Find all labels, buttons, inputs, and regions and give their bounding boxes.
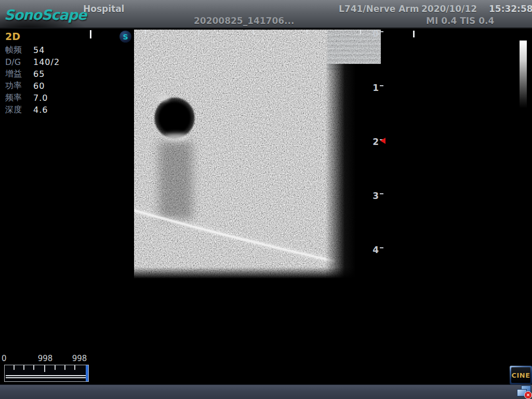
focus-marker-icon[interactable] — [380, 138, 385, 144]
depth-mark-0: 0 — [366, 29, 383, 39]
param-value: 4.6 — [33, 105, 48, 115]
param-value: 140/2 — [33, 57, 60, 67]
parameter-panel: 帧频 54 D/G 140/2 增益 65 功率 60 频率 7.0 深度 4.… — [5, 44, 83, 116]
param-label: D/G — [5, 57, 33, 67]
depth-tick — [380, 31, 383, 32]
cine-tick — [74, 365, 75, 370]
cine-tick — [44, 365, 45, 372]
cine-button[interactable]: CINE — [510, 366, 532, 384]
text-cursor-caret — [90, 30, 91, 38]
ruler-tick — [145, 30, 146, 34]
ruler-tick — [307, 30, 308, 34]
mode-label: 2D — [5, 31, 20, 42]
depth-mark-4: 4 — [366, 245, 383, 256]
depth-tick — [380, 193, 383, 194]
depth-number: 0 — [373, 29, 379, 39]
param-row-dg: D/G 140/2 — [5, 56, 83, 68]
image-bottom-fade — [134, 267, 381, 281]
ruler-tick — [360, 30, 361, 34]
depth-tick — [380, 247, 383, 248]
header-bar: SonoScape Hospital 20200825_141706... L7… — [0, 0, 532, 29]
exam-time: 15:32:58 — [489, 4, 532, 14]
ultrasound-image[interactable] — [134, 30, 381, 281]
depth-mark-1: 1 — [366, 83, 383, 94]
cine-tick — [23, 365, 24, 370]
cine-start-frame: 0 — [2, 354, 7, 363]
exam-date: 2020/10/12 — [421, 4, 477, 14]
ruler-tick — [252, 30, 254, 34]
ruler-tick — [198, 30, 200, 34]
depth-number: 2 — [373, 137, 379, 147]
cine-button-label: CINE — [511, 371, 530, 379]
depth-tick — [380, 85, 383, 86]
param-value: 60 — [33, 81, 45, 91]
depth-number: 4 — [373, 245, 379, 255]
probe-orientation-icon: S — [119, 31, 131, 43]
cine-progress-track[interactable] — [4, 365, 89, 382]
param-label: 帧频 — [5, 45, 33, 56]
param-value: 54 — [33, 45, 45, 55]
mi-tis-readout: MI 0.4 TIS 0.4 — [426, 16, 494, 26]
probe-preset: L741/Nerve Arm — [339, 4, 416, 14]
cine-rail — [6, 377, 87, 378]
sonoscape-logo: SonoScape — [4, 7, 86, 23]
taskbar — [0, 384, 532, 399]
param-row-framerate: 帧频 54 — [5, 44, 83, 56]
param-label: 深度 — [5, 104, 33, 115]
cine-button-face: CINE — [511, 367, 530, 383]
exam-id: 20200825_141706... — [194, 16, 294, 26]
cine-tick — [33, 365, 34, 370]
ultrasound-console-screen: SonoScape Hospital 20200825_141706... L7… — [0, 0, 532, 399]
depth-mark-3: 3 — [366, 191, 383, 202]
param-row-gain: 增益 65 — [5, 68, 83, 80]
ruler-marker — [413, 31, 415, 37]
network-status-icon[interactable]: × — [516, 385, 531, 399]
param-row-power: 功率 60 — [5, 80, 83, 92]
param-row-depth: 深度 4.6 — [5, 104, 83, 116]
depth-number: 1 — [373, 83, 379, 93]
cine-tick — [64, 365, 65, 370]
grayscale-bar — [520, 41, 527, 108]
param-value: 65 — [33, 69, 45, 79]
param-row-frequency: 频率 7.0 — [5, 92, 83, 104]
hospital-name: Hospital — [83, 4, 124, 14]
cine-position-indicator[interactable] — [86, 365, 88, 381]
depth-number: 3 — [373, 191, 379, 201]
param-label: 频率 — [5, 92, 33, 103]
param-label: 功率 — [5, 81, 33, 91]
cine-current-frame: 998 — [69, 354, 90, 363]
param-value: 7.0 — [33, 93, 48, 103]
cine-tick — [55, 365, 56, 370]
cine-rail — [6, 375, 87, 376]
param-label: 增益 — [5, 69, 33, 79]
cine-tick — [14, 365, 15, 370]
cine-total-frames: 998 — [35, 354, 56, 363]
network-error-badge: × — [524, 391, 532, 399]
